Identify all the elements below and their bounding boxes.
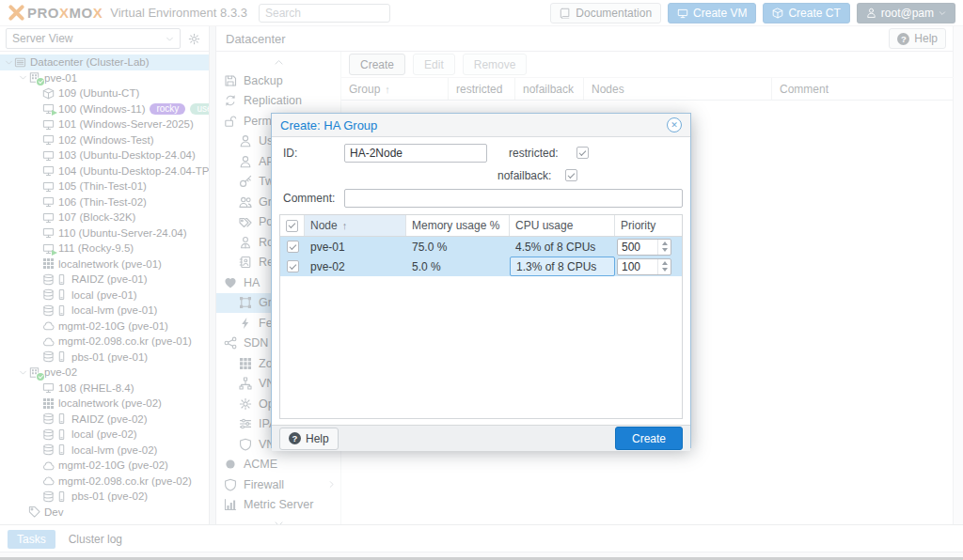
spinner-up-icon[interactable]	[662, 261, 668, 265]
close-icon[interactable]: ✕	[667, 117, 682, 132]
restricted-label: restricted:	[509, 147, 576, 160]
node-row-pve-01[interactable]: pve-0175.0 %4.5% of 8 CPUs500	[280, 237, 682, 257]
spinner-down-icon[interactable]	[662, 248, 668, 252]
proxmox-app: PROXMOX Virtual Environment 8.3.3 Docume…	[0, 0, 963, 560]
create-ha-group-dialog: Create: HA Group ✕ ID: restricted: nofai…	[271, 113, 691, 448]
spinner-up-icon[interactable]	[662, 241, 668, 245]
dialog-header[interactable]: Create: HA Group ✕	[272, 114, 690, 137]
node-row-pve-02[interactable]: pve-025.0 %1.3% of 8 CPUs100	[280, 257, 682, 276]
restricted-checkbox[interactable]	[576, 147, 589, 159]
node-name-cell: pve-01	[305, 237, 406, 257]
select-all-checkbox[interactable]	[280, 215, 305, 236]
priority-spinner[interactable]: 500	[617, 239, 671, 256]
priority-cell: 500	[615, 237, 682, 257]
dialog-help-button[interactable]: ? Help	[279, 428, 339, 450]
memory-usage-cell: 5.0 %	[406, 257, 510, 276]
node-checkbox[interactable]	[287, 260, 299, 272]
priority-cell: 100	[615, 257, 682, 276]
memory-usage-cell: 75.0 %	[406, 237, 510, 257]
dialog-create-button[interactable]: Create	[615, 427, 683, 450]
cpu-usage-cell: 4.5% of 8 CPUs	[510, 237, 615, 257]
node-grid-column-memory-usage-[interactable]: Memory usage %	[406, 215, 510, 236]
node-grid-column-node[interactable]: Node↑	[305, 215, 406, 236]
comment-label: Comment:	[279, 192, 344, 205]
node-checkbox[interactable]	[287, 241, 299, 253]
node-grid-column-cpu-usage[interactable]: CPU usage	[510, 215, 615, 236]
nofailback-checkbox[interactable]	[565, 169, 577, 181]
priority-spinner[interactable]: 100	[617, 258, 671, 275]
node-grid-header: Node↑Memory usage %CPU usagePriority	[280, 215, 682, 237]
sort-asc-icon: ↑	[342, 220, 348, 231]
spinner-down-icon[interactable]	[662, 268, 668, 272]
node-grid-column-priority[interactable]: Priority	[615, 215, 682, 236]
node-name-cell: pve-02	[305, 257, 406, 276]
comment-field[interactable]	[344, 189, 683, 208]
question-icon: ?	[289, 432, 301, 444]
dialog-title: Create: HA Group	[280, 118, 377, 132]
node-selection-grid: Node↑Memory usage %CPU usagePriority pve…	[279, 214, 683, 419]
dialog-footer: ? Help Create	[272, 425, 690, 451]
cpu-usage-cell: 1.3% of 8 CPUs	[510, 257, 615, 276]
nofailback-label: nofailback:	[497, 169, 565, 182]
id-field[interactable]	[344, 144, 487, 163]
id-label: ID:	[279, 147, 344, 160]
